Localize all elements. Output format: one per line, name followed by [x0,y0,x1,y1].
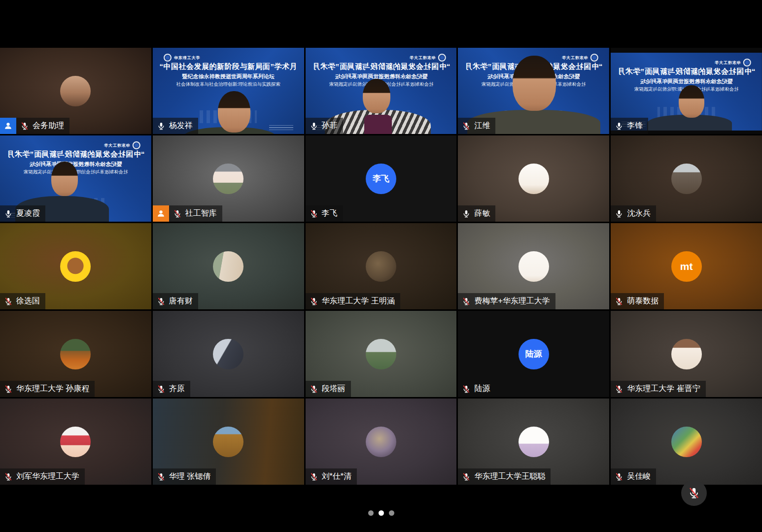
participant-tile[interactable]: 徐选国 [0,223,151,309]
slide-title: “中国社会发展的新阶段与新局面”学术月 [306,62,457,71]
floating-mute-button[interactable] [681,480,707,506]
participant-tile[interactable]: 薛敏 [458,135,609,222]
participant-tile[interactable]: 费梅苹+华东理工大学 [458,223,609,309]
name-label: 江维 [458,118,495,134]
page-dot[interactable] [389,510,394,516]
participant-tile[interactable]: 段塔丽 [306,311,457,397]
participant-name: 夏凌霞 [16,208,40,219]
participant-tile[interactable]: 吴佳峻 [611,399,762,485]
slide-title: “中国社会发展的新阶段与新局面”学术月 [153,62,304,71]
name-label: 华东理工大学 孙康程 [0,381,95,397]
name-label: 李锋 [611,118,648,134]
woman-photo-avatar [60,76,91,106]
name-label: 陆源 [458,381,495,397]
participant-name: 社工智库 [185,208,217,219]
participant-label: 刘*仕*清 [306,468,357,485]
participant-label: 华东理工大学 王明涵 [306,293,400,309]
participant-name: 李锋 [627,121,643,131]
university-logo-text: 华东理工大学 [174,55,201,61]
participant-tile[interactable]: 刘军华东理工大学 [0,399,151,485]
slide-watermark [505,110,563,123]
name-label: 会务助理 [0,118,69,134]
mic-muted-icon [688,487,700,499]
mic-muted-icon [615,297,623,306]
participant-tile[interactable]: 华东理工大学 “中国社会发展的新阶段与新局面”学术月 暨纪念徐永祥教授逝世两周年… [153,48,304,134]
mic-muted-icon [4,385,13,394]
mic-muted-icon [462,472,471,481]
slide-topic: 社会体制改革与社会治理创新:理论前沿与实践探索 [0,169,151,175]
participant-name: 陆源 [474,384,490,394]
participant-tile[interactable]: 李飞 李飞 [306,135,457,222]
cartoon-girl-hat-avatar [213,164,243,194]
participant-grid: 会务助理 华东理工大学 “中国社会发展的新阶段与新局面”学术月 暨纪念徐永祥教授… [0,48,762,485]
participant-tile[interactable]: 唐有财 [153,223,304,309]
family-cartoon-avatar [60,427,91,457]
participant-name: 华东理工大学 崔晋宁 [627,384,700,394]
participant-name: 费梅苹+华东理工大学 [474,296,550,306]
participant-label: 唐有财 [153,293,198,309]
university-logo-text: 华东理工大学 [561,55,588,61]
participant-label: 刘军华东理工大学 [0,468,85,485]
participant-tile[interactable]: 沈永兵 [611,135,762,222]
participant-name: 李飞 [322,208,338,219]
slide-subtitle: 暨纪念徐永祥教授逝世两周年系列论坛 [611,78,762,85]
participant-tile[interactable]: 华理 张锶倩 [153,399,304,485]
slide-title: “中国社会发展的新阶段与新局面”学术月 [0,150,151,159]
participant-name: 华东理工大学 王明涵 [322,296,395,306]
slide-topic: 社会体制改革与社会治理创新:理论前沿与实践探索 [306,81,457,88]
page-dots [0,510,762,516]
participant-tile[interactable]: 华东理工大学 王明涵 [306,223,457,309]
participant-label: 江维 [458,118,495,134]
participant-tile[interactable]: mt 萌泰数据 [611,223,762,309]
name-label: 李飞 [306,205,343,222]
participant-tile[interactable]: 华东理工大学 孙康程 [0,311,151,397]
name-label: 社工智库 [153,205,222,222]
participant-tile[interactable]: 华东理工大学 “中国社会发展的新阶段与新局面”学术月 暨纪念徐永祥教授逝世两周年… [306,48,457,134]
name-label: 杨发祥 [153,118,198,134]
child-photo-avatar [366,427,396,457]
page-dot[interactable] [379,510,384,516]
mic-muted-icon [157,385,166,394]
assistant-badge [0,118,16,134]
mic-muted-icon [4,472,13,481]
participant-tile[interactable]: 华东理工大学 “中国社会发展的新阶段与新局面”学术月 暨纪念徐永祥教授逝世两周年… [611,48,762,134]
assistant-person-icon [3,121,13,131]
participant-tile[interactable]: 华东理工大学 “中国社会发展的新阶段与新局面”学术月 暨纪念徐永祥教授逝世两周年… [0,135,151,222]
assistant-person-icon [156,209,166,218]
university-logo: 华东理工大学 [164,54,201,62]
participant-label: 吴佳峻 [611,468,656,485]
participant-tile[interactable]: 陆源 陆源 [458,311,609,397]
university-logo-icon [590,54,598,62]
slide-subtitle: 暨纪念徐永祥教授逝世两周年系列论坛 [153,73,304,80]
mic-muted-icon [462,122,471,131]
participant-label: 费梅苹+华东理工大学 [458,293,555,309]
participant-name: 薛敏 [474,208,490,219]
name-label: 沈永兵 [611,205,656,222]
anime-girl-avatar [213,339,243,369]
rabbit-cartoon-avatar [519,164,549,194]
participant-tile[interactable]: 华东理工大学王聪聪 [458,399,609,485]
name-label: 费梅苹+华东理工大学 [458,293,555,309]
slide-watermark [200,110,257,123]
participant-label: 陆源 [458,381,495,397]
lake-landscape-avatar [366,339,396,369]
mic-muted-icon [615,472,623,481]
assistant-badge [153,205,169,222]
participant-tile[interactable]: 齐原 [153,311,304,397]
mic-muted-icon [157,472,166,481]
page-dot[interactable] [368,510,374,516]
participant-tile[interactable]: 社工智库 [153,135,304,222]
participant-name: 刘军华东理工大学 [16,471,79,482]
participant-label: 华理 张锶倩 [153,468,216,485]
person-photo-avatar [213,251,243,282]
participant-label: 薛敏 [458,205,495,222]
mic-on-icon [615,209,623,218]
participant-tile[interactable]: 会务助理 [0,48,151,134]
participant-tile[interactable]: 刘*仕*清 [306,399,457,485]
mic-muted-icon [173,209,182,218]
participant-tile[interactable]: 华东理工大学 “中国社会发展的新阶段与新局面”学术月 暨纪念徐永祥教授逝世两周年… [458,48,609,134]
participant-label: 华东理工大学王聪聪 [458,468,551,485]
university-logo: 华东理工大学 [561,54,598,62]
highland-cow-photo-avatar [213,427,243,457]
participant-tile[interactable]: 华东理工大学 崔晋宁 [611,311,762,397]
